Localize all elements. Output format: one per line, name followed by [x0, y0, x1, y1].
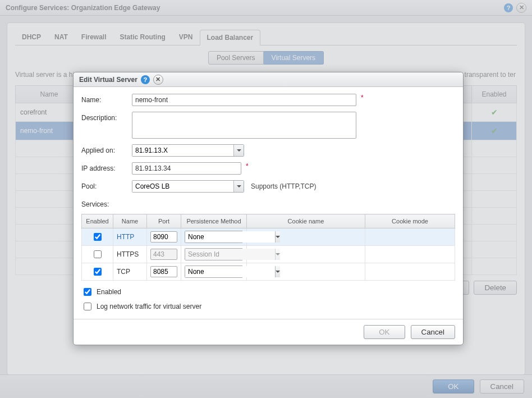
- log-traffic-checkbox[interactable]: [84, 303, 91, 310]
- name-input[interactable]: [132, 94, 356, 106]
- applied-on-select[interactable]: [132, 144, 244, 157]
- modal-title: Edit Virtual Server: [79, 76, 137, 84]
- label-name: Name:: [81, 94, 132, 104]
- enabled-label: Enabled: [97, 288, 121, 296]
- chevron-down-icon[interactable]: [275, 266, 280, 277]
- modal-cancel-button[interactable]: Cancel: [411, 325, 456, 339]
- service-row[interactable]: HTTPS: [82, 246, 455, 263]
- svc-persistence-select[interactable]: [185, 266, 243, 278]
- required-icon: *: [361, 94, 364, 102]
- svc-name: TCP: [113, 263, 147, 281]
- svc-enabled-checkbox[interactable]: [94, 250, 102, 258]
- modal-title-bar: Edit Virtual Server ? ✕: [74, 72, 463, 87]
- label-ip-address: IP address:: [81, 162, 132, 172]
- close-icon[interactable]: ✕: [153, 75, 163, 85]
- svc-col-port: Port: [147, 214, 181, 228]
- edit-virtual-server-modal: Edit Virtual Server ? ✕ Name: * Descript…: [73, 72, 464, 345]
- svc-port-input[interactable]: [150, 231, 177, 243]
- chevron-down-icon[interactable]: [275, 231, 280, 243]
- pool-value[interactable]: [132, 181, 233, 192]
- svc-col-enabled: Enabled: [82, 214, 113, 228]
- svc-name: HTTPS: [113, 246, 147, 263]
- svc-persistence-select: [185, 248, 243, 260]
- svc-enabled-checkbox[interactable]: [94, 268, 102, 276]
- label-applied-on: Applied on:: [81, 144, 132, 154]
- label-description: Description:: [81, 112, 132, 122]
- chevron-down-icon[interactable]: [233, 145, 244, 156]
- svc-port-input: [150, 249, 177, 260]
- svc-col-persistence: Persistence Method: [181, 214, 247, 228]
- modal-footer: OK Cancel: [74, 319, 463, 345]
- ip-address-input[interactable]: [132, 162, 241, 175]
- applied-on-value[interactable]: [132, 145, 233, 156]
- label-services: Services:: [81, 198, 132, 208]
- log-traffic-label: Log network traffic for virtual server: [97, 303, 201, 310]
- description-input[interactable]: [132, 112, 356, 139]
- svc-name: HTTP: [113, 228, 147, 246]
- pool-select[interactable]: [132, 180, 244, 193]
- svc-col-cookie-name: Cookie name: [247, 214, 365, 228]
- svc-persistence-select[interactable]: [185, 231, 243, 243]
- enabled-checkbox[interactable]: [84, 288, 91, 296]
- service-row[interactable]: TCP: [82, 263, 455, 281]
- help-icon[interactable]: ?: [141, 75, 150, 84]
- label-pool: Pool:: [81, 180, 132, 190]
- service-row[interactable]: HTTP: [82, 228, 455, 246]
- chevron-down-icon[interactable]: [233, 181, 244, 192]
- chevron-down-icon: [275, 249, 280, 260]
- required-icon: *: [246, 162, 249, 170]
- svc-col-cookie-mode: Cookie mode: [365, 214, 455, 228]
- modal-ok-button[interactable]: OK: [364, 325, 405, 339]
- svc-enabled-checkbox[interactable]: [94, 233, 102, 241]
- svc-col-name: Name: [113, 214, 147, 228]
- svc-port-input[interactable]: [150, 266, 177, 277]
- supports-text: Supports (HTTP,TCP): [251, 180, 316, 190]
- services-table: Enabled Name Port Persistence Method Coo…: [81, 214, 455, 281]
